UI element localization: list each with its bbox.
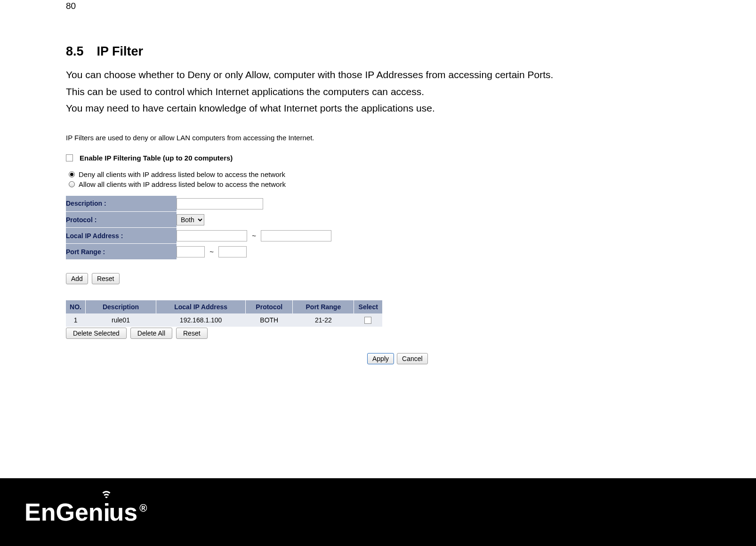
section-heading: 8.5IP Filter <box>66 44 690 59</box>
allow-radio[interactable] <box>69 181 75 187</box>
deny-radio-label: Deny all clients with IP address listed … <box>79 170 285 178</box>
logo-post: us <box>109 498 138 526</box>
protocol-label: Protocol : <box>66 212 177 228</box>
body-paragraph: You may need to have certain knowledge o… <box>66 101 690 116</box>
engenius-logo: EnGenius® <box>24 498 147 527</box>
reset-button[interactable]: Reset <box>92 273 120 284</box>
table-row: 1 rule01 192.168.1.100 BOTH 21-22 <box>66 313 382 327</box>
apply-button[interactable]: Apply <box>367 353 394 364</box>
ui-intro-text: IP Filters are used to deny or allow LAN… <box>66 134 452 142</box>
filter-form: Description : Protocol : Both Local IP A… <box>66 196 331 260</box>
cell-description: rule01 <box>85 313 156 327</box>
delete-selected-button[interactable]: Delete Selected <box>66 328 127 339</box>
page-number: 80 <box>66 1 690 11</box>
delete-all-button[interactable]: Delete All <box>130 328 172 339</box>
cell-no: 1 <box>66 313 85 327</box>
port-to-input[interactable] <box>218 246 247 257</box>
cell-localip: 192.168.1.100 <box>156 313 246 327</box>
logo-pre: EnGen <box>24 498 104 526</box>
section-title-text: IP Filter <box>97 44 144 58</box>
cell-protocol: BOTH <box>246 313 293 327</box>
cell-portrange: 21-22 <box>293 313 354 327</box>
enable-checkbox[interactable] <box>66 154 73 161</box>
add-button[interactable]: Add <box>66 273 88 284</box>
section-number: 8.5 <box>66 44 84 59</box>
col-select: Select <box>354 300 382 313</box>
wifi-icon: i <box>104 498 109 527</box>
rules-table: NO. Description Local IP Address Protoco… <box>66 300 382 327</box>
range-separator: ~ <box>252 232 256 240</box>
col-description: Description <box>85 300 156 313</box>
page-footer: EnGenius® <box>0 478 756 546</box>
port-from-input[interactable] <box>177 246 205 257</box>
body-paragraph: You can choose whether to Deny or only A… <box>66 67 690 82</box>
col-protocol: Protocol <box>246 300 293 313</box>
description-label: Description : <box>66 196 177 212</box>
table-reset-button[interactable]: Reset <box>176 328 208 339</box>
portrange-label: Port Range : <box>66 244 177 260</box>
description-input[interactable] <box>177 198 263 209</box>
localip-to-input[interactable] <box>261 230 331 241</box>
col-no: NO. <box>66 300 85 313</box>
deny-radio[interactable] <box>69 171 75 177</box>
localip-label: Local IP Address : <box>66 228 177 244</box>
body-paragraph: This can be used to control which Intern… <box>66 84 690 99</box>
row-select-checkbox[interactable] <box>364 317 371 324</box>
col-localip: Local IP Address <box>156 300 246 313</box>
registered-mark: ® <box>139 502 147 514</box>
enable-label: Enable IP Filtering Table (up to 20 comp… <box>80 154 233 162</box>
protocol-select[interactable]: Both <box>177 214 204 225</box>
allow-radio-label: Allow all clients with IP address listed… <box>79 180 286 188</box>
cancel-button[interactable]: Cancel <box>397 353 428 364</box>
ip-filter-ui: IP Filters are used to deny or allow LAN… <box>66 134 452 365</box>
range-separator: ~ <box>209 248 214 256</box>
col-portrange: Port Range <box>293 300 354 313</box>
localip-from-input[interactable] <box>177 230 247 241</box>
